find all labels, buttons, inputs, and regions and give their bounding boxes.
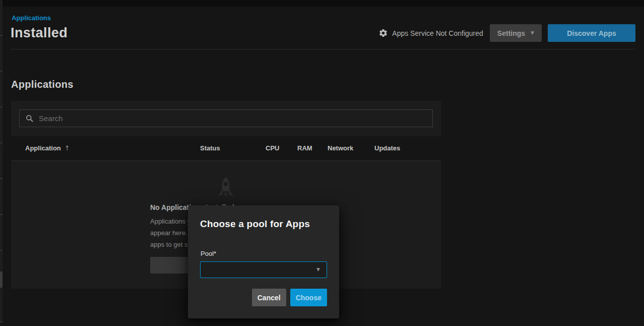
required-marker: * <box>214 250 216 257</box>
search-input[interactable] <box>39 114 426 123</box>
cancel-button[interactable]: Cancel <box>252 289 286 306</box>
rocket-icon <box>215 176 237 200</box>
column-header-cpu[interactable]: CPU <box>266 144 279 152</box>
column-header-status[interactable]: Status <box>200 144 220 152</box>
dialog-actions: Cancel Choose <box>252 289 327 306</box>
pool-field-label: Pool* <box>201 250 216 257</box>
apps-service-status: Apps Service Not Configured <box>392 29 483 37</box>
header-actions: Apps Service Not Configured Settings ▼ D… <box>378 24 635 42</box>
top-bar <box>0 0 644 7</box>
chevron-down-icon: ▼ <box>316 267 320 272</box>
gear-icon <box>378 28 388 38</box>
column-header-network[interactable]: Network <box>328 144 353 152</box>
sidebar-edge <box>0 0 3 323</box>
settings-label: Settings <box>497 29 525 37</box>
choose-button[interactable]: Choose <box>290 289 327 306</box>
breadcrumb[interactable]: Applications <box>12 14 51 22</box>
pool-label-text: Pool <box>201 250 214 257</box>
sort-ascending-icon: ↑ <box>65 144 70 152</box>
settings-button[interactable]: Settings ▼ <box>490 24 542 42</box>
dialog-title: Choose a pool for Apps <box>200 219 310 230</box>
search-icon <box>26 115 33 122</box>
search-box[interactable] <box>19 110 433 127</box>
table-header-row: Application↑ Status CPU RAM Network Upda… <box>11 137 441 160</box>
column-header-ram[interactable]: RAM <box>297 144 312 152</box>
column-header-updates[interactable]: Updates <box>374 144 400 152</box>
column-header-application[interactable]: Application↑ <box>25 144 70 152</box>
applications-installed-page: { "breadcrumb": { "label": "Applications… <box>0 0 644 326</box>
choose-pool-dialog: Choose a pool for Apps Pool* ▼ Cancel Ch… <box>188 205 339 318</box>
header-divider <box>10 49 636 49</box>
column-label: Application <box>25 144 61 152</box>
search-card <box>11 101 441 136</box>
section-title: Applications <box>11 79 74 90</box>
discover-apps-button[interactable]: Discover Apps <box>548 24 635 42</box>
page-title: Installed <box>11 25 68 41</box>
pool-select[interactable]: ▼ <box>200 261 327 278</box>
sidebar-edge-highlight <box>0 271 3 288</box>
chevron-down-icon: ▼ <box>531 31 534 35</box>
